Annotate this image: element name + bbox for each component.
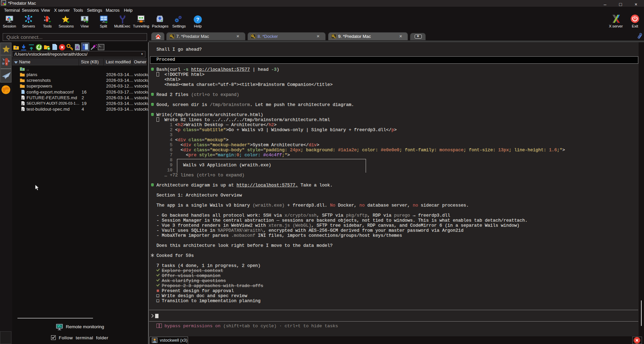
svg-text:?: ?: [196, 16, 199, 22]
svg-text:A: A: [76, 45, 79, 50]
